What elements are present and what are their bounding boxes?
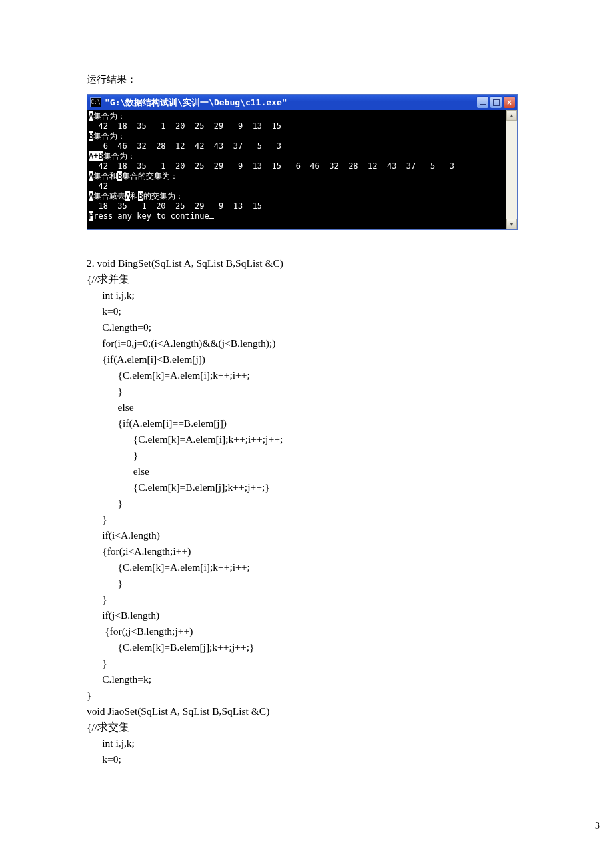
result-caption: 运行结果：: [87, 73, 526, 86]
titlebar-buttons: ×: [476, 96, 517, 109]
maximize-icon: [493, 99, 500, 106]
maximize-button[interactable]: [490, 96, 502, 109]
window-title: "G:\数据结构试训\实训一\Debug\c11.exe": [105, 98, 476, 107]
code-block: 2. void BingSet(SqList A, SqList B,SqLis…: [87, 255, 526, 767]
cmd-icon-label: C:\: [91, 100, 100, 105]
close-button[interactable]: ×: [503, 96, 516, 109]
console-window: C:\ "G:\数据结构试训\实训一\Debug\c11.exe" × A集合为…: [87, 94, 518, 230]
cmd-icon: C:\: [90, 97, 101, 107]
minimize-icon: [480, 104, 486, 105]
scrollbar[interactable]: ▲ ▼: [506, 110, 517, 229]
scroll-track[interactable]: [506, 121, 517, 219]
titlebar: C:\ "G:\数据结构试训\实训一\Debug\c11.exe" ×: [87, 95, 517, 110]
page-number: 3: [0, 794, 613, 831]
close-icon: ×: [507, 99, 512, 107]
scroll-down-button[interactable]: ▼: [506, 219, 517, 229]
minimize-button[interactable]: [476, 96, 489, 109]
console-output: A集合为： 42 18 35 1 20 25 29 9 13 15 B集合为： …: [87, 110, 506, 229]
cursor-icon: [209, 218, 214, 219]
scroll-up-button[interactable]: ▲: [506, 110, 517, 121]
